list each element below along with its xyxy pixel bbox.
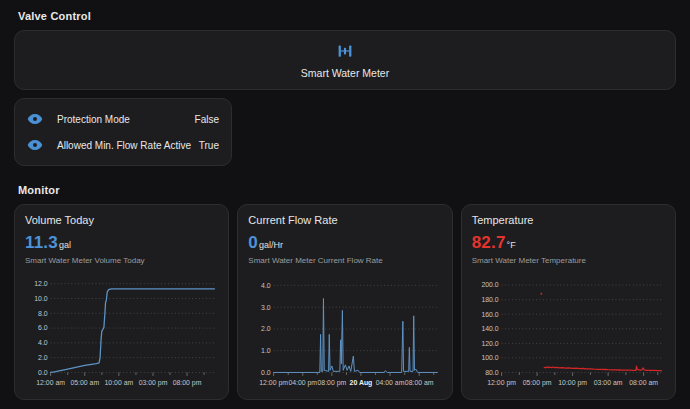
sensor-subtitle: Smart Water Meter Volume Today [25,256,218,265]
status-value: True [199,140,219,151]
status-label: Protection Mode [57,114,195,125]
svg-text:3.0: 3.0 [261,304,271,311]
svg-text:140.0: 140.0 [481,325,498,332]
temperature-chart: 80.0100.0120.0140.0160.0180.0200.012:00 … [472,267,665,399]
volume-today-card[interactable]: Volume Today 11.3 gal Smart Water Meter … [14,204,229,400]
svg-text:08:00 pm: 08:00 pm [318,379,347,387]
svg-text:03:00 am: 03:00 am [593,379,622,386]
status-row-min-flow-rate[interactable]: Allowed Min. Flow Rate Active True [15,132,231,158]
value-row: 11.3 gal [25,233,218,253]
svg-text:0.0: 0.0 [261,369,271,376]
current-flow-rate-card[interactable]: Current Flow Rate 0 gal/Hr Smart Water M… [237,204,452,400]
current-flow-rate-chart: 0.01.02.03.04.012:00 pm04:00 pm08:00 pm2… [248,267,441,399]
sensor-unit: °F [507,240,516,250]
svg-text:12:00 pm: 12:00 pm [260,379,289,387]
svg-text:04:00 pm: 04:00 pm [289,379,318,387]
svg-text:05:00 pm: 05:00 pm [522,379,551,387]
svg-text:12:00 pm: 12:00 pm [487,379,516,387]
valve-control-section-title: Valve Control [14,6,676,30]
svg-text:0.0: 0.0 [38,369,48,376]
valve-entity[interactable]: Smart Water Meter [301,42,389,79]
svg-text:08:00 am: 08:00 am [629,379,658,386]
status-value: False [195,114,219,125]
sensor-value: 11.3 [25,233,58,253]
temperature-card[interactable]: Temperature 82.7 °F Smart Water Meter Te… [461,204,676,400]
sensor-unit: gal [59,240,71,250]
svg-text:12.0: 12.0 [34,280,48,287]
svg-text:20 Aug: 20 Aug [350,379,373,387]
status-row-protection-mode[interactable]: Protection Mode False [15,106,231,132]
sensor-unit: gal/Hr [259,240,283,250]
card-title: Volume Today [25,214,218,226]
svg-text:6.0: 6.0 [38,324,48,331]
svg-text:10:00 am: 10:00 am [105,379,134,386]
svg-text:2.0: 2.0 [38,354,48,361]
monitor-cards-row: Volume Today 11.3 gal Smart Water Meter … [14,204,676,400]
svg-text:4.0: 4.0 [38,339,48,346]
svg-text:100.0: 100.0 [481,354,498,361]
svg-text:04:00 am: 04:00 am [376,379,405,386]
svg-text:12:00 am: 12:00 am [36,379,65,386]
svg-text:160.0: 160.0 [481,311,498,318]
sensor-subtitle: Smart Water Meter Current Flow Rate [248,256,441,265]
svg-text:4.0: 4.0 [261,282,271,289]
card-title: Current Flow Rate [248,214,441,226]
monitor-section-title: Monitor [14,178,676,204]
sensor-value: 82.7 [472,233,506,253]
status-label: Allowed Min. Flow Rate Active [57,140,199,151]
sensor-subtitle: Smart Water Meter Temperature [472,256,665,265]
eye-icon [27,111,43,127]
svg-text:05:00 am: 05:00 am [70,379,99,386]
svg-text:120.0: 120.0 [481,340,498,347]
svg-text:180.0: 180.0 [481,296,498,303]
svg-text:08:00 pm: 08:00 pm [173,379,202,387]
volume-today-chart: 0.02.04.06.08.010.012.012:00 am05:00 am1… [25,267,218,399]
svg-text:2.0: 2.0 [261,325,271,332]
value-row: 0 gal/Hr [248,233,441,253]
device-name: Smart Water Meter [301,67,389,79]
svg-text:80.0: 80.0 [485,369,499,376]
svg-text:200.0: 200.0 [481,281,498,288]
valve-icon [336,42,354,64]
value-row: 82.7 °F [472,233,665,253]
svg-text:10.0: 10.0 [34,295,48,302]
svg-text:08:00 am: 08:00 am [405,379,434,386]
svg-text:8.0: 8.0 [38,310,48,317]
eye-icon [27,137,43,153]
valve-card[interactable]: Smart Water Meter [14,30,676,90]
svg-text:03:00 pm: 03:00 pm [139,379,168,387]
card-title: Temperature [472,214,665,226]
svg-text:10:00 pm: 10:00 pm [558,379,587,387]
svg-text:1.0: 1.0 [261,347,271,354]
sensor-value: 0 [248,233,258,253]
status-card: Protection Mode False Allowed Min. Flow … [14,98,232,166]
